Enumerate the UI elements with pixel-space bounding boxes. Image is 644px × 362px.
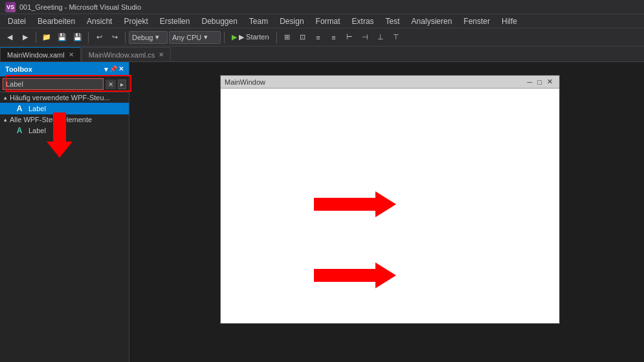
toolbar-forward-btn[interactable]: ▶	[18, 30, 32, 45]
toolbox-header: Toolbox ▾ 📌 ✕	[0, 62, 129, 76]
toolbar-misc-3[interactable]: ≡	[311, 30, 326, 45]
toolbox-section-common[interactable]: ▴ Häufig verwendete WPF-Steu...	[0, 92, 129, 103]
start-button[interactable]: ▶ ▶ Starten	[228, 32, 273, 43]
debug-mode-label: Debug	[132, 34, 153, 41]
section-all-arrow: ▴	[4, 116, 7, 123]
designer-close-btn[interactable]: ✕	[544, 78, 555, 86]
menu-design[interactable]: Design	[274, 16, 309, 27]
toolbar-misc-7[interactable]: ⊥	[373, 30, 388, 45]
menu-projekt[interactable]: Projekt	[118, 16, 153, 27]
toolbar-undo-btn[interactable]: ↩	[92, 30, 106, 45]
tab-close-xaml[interactable]: ✕	[69, 51, 74, 58]
main-area: Toolbox ▾ 📌 ✕ ✕ ▸ ▴ Häufig verwendete WP…	[0, 62, 644, 362]
toolbar-redo-btn[interactable]: ↪	[107, 30, 122, 45]
toolbar-sep-5	[276, 32, 277, 43]
menu-extras[interactable]: Extras	[347, 16, 379, 27]
debug-dropdown-arrow: ▾	[155, 33, 159, 41]
cpu-mode-dropdown[interactable]: Any CPU ▾	[169, 31, 221, 44]
designer-minimize-btn[interactable]: ─	[525, 78, 535, 86]
designer-titlebar: MainWindow ─ □ ✕	[221, 76, 559, 89]
tab-close-xaml-cs[interactable]: ✕	[159, 51, 164, 58]
toolbar: ◀ ▶ 📁 💾 💾 ↩ ↪ Debug ▾ Any CPU ▾ ▶ ▶ Star…	[0, 28, 644, 47]
search-next-btn[interactable]: ▸	[118, 80, 126, 89]
menu-datei[interactable]: Datei	[3, 16, 31, 27]
menu-erstellen[interactable]: Erstellen	[155, 16, 195, 27]
designer-content	[221, 89, 559, 323]
window-title: 001_Greeting - Microsoft Visual Studio	[19, 3, 141, 11]
toolbox-pin-icon2: 📌	[109, 65, 117, 74]
toolbox-label-text-common: Label	[28, 105, 46, 112]
menu-fenster[interactable]: Fenster	[458, 16, 495, 27]
menu-debuggen[interactable]: Debuggen	[196, 16, 242, 27]
designer-maximize-btn[interactable]: □	[535, 78, 544, 86]
menu-analysieren[interactable]: Analysieren	[406, 16, 458, 27]
toolbox-label-icon-common: A	[14, 104, 25, 113]
toolbar-sep-4	[224, 32, 225, 43]
menu-ansicht[interactable]: Ansicht	[82, 16, 117, 27]
debug-mode-dropdown[interactable]: Debug ▾	[129, 31, 168, 44]
search-clear-btn[interactable]: ✕	[105, 80, 116, 89]
toolbox-label-text-all: Label	[28, 127, 46, 134]
toolbar-saveall-btn[interactable]: 💾	[71, 30, 85, 45]
toolbox-search: ✕ ▸	[0, 76, 129, 92]
toolbar-back-btn[interactable]: ◀	[3, 30, 17, 45]
toolbar-misc-5[interactable]: ⊢	[342, 30, 357, 45]
toolbar-sep-3	[125, 32, 126, 43]
designer-window-title: MainWindow	[225, 78, 525, 86]
toolbox-item-label-common[interactable]: A Label	[0, 103, 129, 114]
toolbox-panel: Toolbox ▾ 📌 ✕ ✕ ▸ ▴ Häufig verwendete WP…	[0, 62, 129, 362]
toolbox-item-label-all[interactable]: A Label	[0, 125, 129, 136]
menu-bar: Datei Bearbeiten Ansicht Projekt Erstell…	[0, 14, 644, 28]
toolbox-search-input[interactable]	[3, 78, 104, 90]
menu-format[interactable]: Format	[311, 16, 346, 27]
tab-mainwindow-xaml-cs[interactable]: MainWindow.xaml.cs ✕	[82, 47, 172, 61]
toolbox-close-icon[interactable]: ✕	[118, 65, 124, 74]
toolbar-misc-4[interactable]: ≡	[327, 30, 341, 45]
toolbar-sep-2	[88, 32, 89, 43]
toolbox-section-all[interactable]: ▴ Alle WPF-Steuerelemente	[0, 114, 129, 125]
editor-area: MainWindow ─ □ ✕	[129, 62, 644, 362]
title-bar: VS 001_Greeting - Microsoft Visual Studi…	[0, 0, 644, 14]
toolbox-pin-icon: ▾	[104, 65, 108, 74]
toolbar-misc-1[interactable]: ⊞	[280, 30, 294, 45]
menu-hilfe[interactable]: Hilfe	[496, 16, 522, 27]
toolbar-misc-2[interactable]: ⊡	[296, 30, 310, 45]
toolbar-sep-1	[36, 32, 36, 43]
start-play-icon: ▶	[232, 33, 237, 41]
toolbox-title: Toolbox	[5, 65, 32, 73]
section-all-title: Alle WPF-Steuerelemente	[10, 116, 92, 123]
toolbar-open-btn[interactable]: 📁	[39, 30, 54, 45]
tab-label-xaml: MainWindow.xaml	[7, 51, 65, 59]
cpu-dropdown-arrow: ▾	[204, 33, 208, 41]
tab-label-xaml-cs: MainWindow.xaml.cs	[89, 51, 155, 59]
start-label: ▶ Starten	[239, 33, 269, 41]
section-common-title: Häufig verwendete WPF-Steu...	[10, 94, 110, 101]
menu-test[interactable]: Test	[381, 16, 405, 27]
toolbar-misc-6[interactable]: ⊣	[358, 30, 372, 45]
menu-bearbeiten[interactable]: Bearbeiten	[32, 16, 80, 27]
menu-team[interactable]: Team	[244, 16, 273, 27]
toolbox-label-icon-all: A	[14, 126, 25, 135]
cpu-mode-label: Any CPU	[172, 34, 201, 41]
tab-bar: MainWindow.xaml ✕ MainWindow.xaml.cs ✕	[0, 47, 644, 62]
section-common-arrow: ▴	[4, 94, 7, 101]
designer-window: MainWindow ─ □ ✕	[220, 75, 560, 324]
toolbox-pin-controls[interactable]: ▾ 📌 ✕	[104, 65, 124, 74]
tab-mainwindow-xaml[interactable]: MainWindow.xaml ✕	[0, 47, 81, 61]
toolbar-save-btn[interactable]: 💾	[55, 30, 69, 45]
toolbar-misc-8[interactable]: ⊤	[389, 30, 403, 45]
vs-logo-icon: VS	[5, 2, 16, 12]
